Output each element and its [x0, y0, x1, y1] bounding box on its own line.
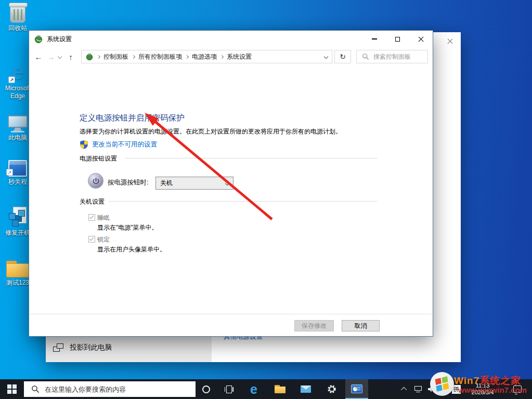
start-button[interactable]: [0, 379, 24, 399]
history-chevron-icon[interactable]: [58, 55, 62, 59]
taskbar-power-options-active[interactable]: [345, 379, 368, 399]
tray-ime-language[interactable]: 英: [438, 379, 449, 399]
windows-logo-icon: [7, 384, 17, 394]
change-unavailable-settings-link[interactable]: 更改当前不可用的设置: [80, 140, 157, 149]
tray-clock[interactable]: 11:13 2020/3/4: [463, 379, 502, 399]
close-icon: [418, 36, 424, 42]
sleep-description: 显示在"电源"菜单中。: [97, 223, 158, 232]
back-button[interactable]: ←: [32, 52, 45, 61]
admin-link-label: 更改当前不可用的设置: [92, 140, 157, 149]
up-button[interactable]: ↑: [64, 52, 77, 61]
cortana-button[interactable]: [196, 379, 216, 399]
power-button-icon: [88, 173, 103, 189]
gear-icon: [327, 384, 337, 394]
page-description: 选择要为你的计算机设置的电源设置。在此页上对设置所做的更改将应用于你所有的电源计…: [80, 127, 342, 136]
taskbar-mail[interactable]: [294, 379, 317, 399]
taskbar-search[interactable]: [24, 381, 196, 397]
lock-label: 锁定: [97, 235, 110, 244]
power-action-dropdown[interactable]: 关机: [155, 177, 233, 190]
breadcrumb-system-settings[interactable]: 系统设置: [227, 52, 252, 61]
power-button-section-title: 电源按钮设置: [80, 154, 117, 163]
speaker-icon: [427, 385, 436, 393]
tray-volume[interactable]: [425, 379, 438, 399]
this-pc-icon: [8, 115, 28, 132]
shortcut-arrow-icon: ↗: [6, 169, 13, 176]
desktop-icon-recycle-bin[interactable]: 回收站: [1, 4, 34, 32]
minimize-icon: [372, 38, 377, 39]
tray-ime-mode[interactable]: 拼: [450, 379, 462, 399]
ime-mode-icon: 拼: [452, 385, 461, 394]
sidebar-item-project-to-pc[interactable]: 投影到此电脑: [53, 343, 112, 352]
navigation-bar: ← → ↑ 控制面板 所有控制面板项 电源选项 系统设置 ↻: [29, 47, 433, 66]
breadcrumb-separator-icon: [185, 55, 189, 58]
shortcut-arrow-icon: ↗: [8, 76, 15, 83]
shutdown-section-title: 关机设置: [80, 197, 105, 206]
control-panel-search[interactable]: [356, 50, 428, 63]
icon-label: 此电脑: [8, 134, 27, 142]
task-view-button[interactable]: [218, 379, 239, 399]
tray-show-hidden-icons[interactable]: [398, 379, 411, 399]
power-button-row-label: 按电源按钮时:: [108, 178, 148, 187]
window-content: 定义电源按钮并启用密码保护 选择要为你的计算机设置的电源设置。在此页上对设置所做…: [29, 66, 433, 313]
sleep-checkbox[interactable]: [88, 214, 95, 221]
icon-label: 回收站: [8, 24, 27, 32]
taskbar-settings[interactable]: [320, 379, 343, 399]
close-icon: [447, 38, 453, 44]
close-button[interactable]: [409, 31, 433, 47]
window-title: 系统设置: [47, 35, 72, 44]
lock-checkbox[interactable]: [88, 236, 95, 243]
cancel-button[interactable]: 取消: [342, 320, 380, 331]
chevron-up-icon: [401, 387, 407, 393]
taskbar-file-explorer[interactable]: [268, 379, 291, 399]
breadcrumb-separator-icon: [97, 55, 100, 58]
sleep-label: 睡眠: [97, 214, 110, 222]
minimize-button[interactable]: [362, 31, 386, 47]
system-settings-window: 系统设置 ← → ↑ 控制面板 所有控制面板项: [29, 30, 433, 337]
task-view-icon: [225, 385, 233, 393]
refresh-button[interactable]: ↻: [334, 50, 351, 63]
app-window-icon: ↗: [8, 160, 27, 177]
mail-icon: [301, 385, 311, 393]
power-plug-icon: [34, 35, 43, 44]
desktop: 回收站 e↗ Microsoft Edge 此电脑 ↗ 秒关程 修复开机 测试1…: [0, 0, 532, 399]
tray-action-center[interactable]: [509, 379, 526, 399]
folder-icon: [275, 385, 286, 393]
edge-icon: e: [250, 383, 257, 396]
power-options-window-icon: [351, 384, 362, 393]
edge-icon: e↗: [11, 60, 24, 83]
footer-divider: [30, 314, 432, 314]
breadcrumb-separator-icon: [220, 55, 224, 58]
taskbar-search-input[interactable]: [45, 385, 196, 393]
cortana-icon: [202, 385, 210, 393]
breadcrumb-all-items[interactable]: 所有控制面板项: [138, 52, 182, 61]
folder-icon: [6, 261, 29, 277]
breadcrumb-control-panel[interactable]: 控制面板: [103, 52, 128, 61]
address-bar[interactable]: 控制面板 所有控制面板项 电源选项 系统设置: [81, 50, 332, 63]
address-dropdown-icon[interactable]: [324, 55, 328, 59]
clock-date: 2020/3/4: [472, 389, 494, 396]
icon-label: 测试123: [6, 279, 29, 287]
clock-time: 11:13: [472, 382, 494, 389]
uac-shield-icon: [80, 140, 88, 149]
search-icon: [31, 385, 40, 393]
tray-network[interactable]: [412, 379, 425, 399]
section-divider: [125, 158, 378, 158]
search-icon: [362, 53, 369, 60]
maximize-icon: [395, 37, 400, 42]
title-bar: 系统设置: [29, 31, 433, 47]
settings-close-button[interactable]: [443, 35, 457, 47]
maximize-button[interactable]: [386, 31, 409, 47]
taskbar-edge[interactable]: e: [242, 379, 265, 399]
network-icon: [414, 386, 423, 392]
icon-label: 秒关程: [8, 178, 27, 186]
forward-button[interactable]: →: [45, 52, 57, 61]
breadcrumb-power-options[interactable]: 电源选项: [192, 52, 217, 61]
search-input[interactable]: [373, 53, 423, 60]
save-changes-button[interactable]: 保存修改: [294, 320, 334, 331]
lock-description: 显示在用户头像菜单中。: [97, 245, 166, 254]
icon-label: 修复开机: [5, 229, 30, 237]
section-divider: [109, 201, 378, 202]
recycle-bin-icon: [10, 4, 25, 23]
taskbar: e 英 拼: [0, 379, 532, 399]
checkmark-icon: [89, 236, 94, 241]
